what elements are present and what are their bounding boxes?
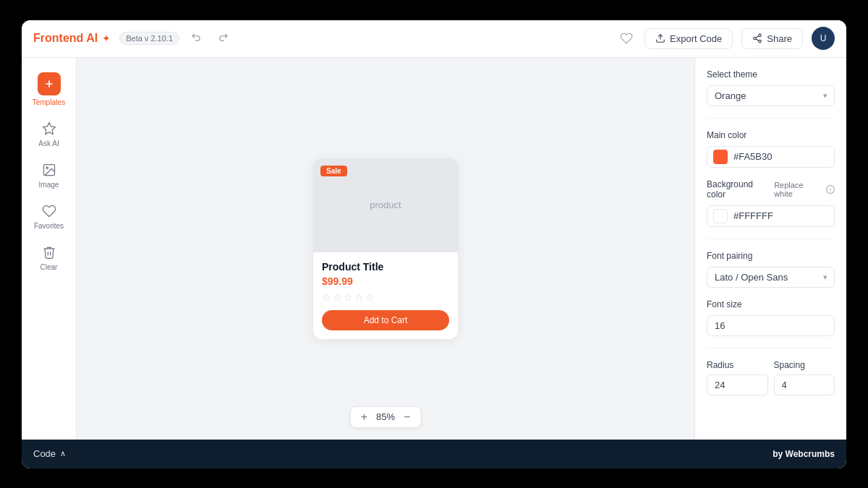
header: Frontend AI ✦ Beta v 2.10.1	[22, 20, 846, 58]
main-color-input[interactable]: #FA5B30	[707, 146, 835, 168]
sidebar-item-image-label: Image	[39, 181, 59, 189]
product-stars: ☆ ☆ ☆ ☆ ☆	[322, 291, 449, 303]
spacing-input[interactable]	[774, 374, 835, 395]
main-color-value: #FA5B30	[733, 151, 773, 162]
product-image-placeholder: product	[370, 200, 401, 210]
main-color-label: Main color	[707, 130, 835, 140]
zoom-out-button[interactable]: −	[404, 411, 410, 423]
right-panel: Select theme Orange Blue Green Purple Ma…	[694, 58, 846, 440]
svg-point-1	[759, 34, 762, 37]
webcrumbs-brand: by Webcrumbs	[773, 449, 835, 459]
zoom-value: 85%	[376, 411, 395, 422]
add-to-cart-button[interactable]: Add to Cart	[322, 310, 449, 330]
logo-text: Frontend AI	[33, 32, 98, 45]
ask-ai-icon	[41, 121, 57, 137]
radius-section: Radius	[707, 360, 768, 395]
font-pairing-label: Font pairing	[707, 251, 835, 261]
bg-color-swatch	[713, 209, 728, 223]
info-icon: i	[826, 185, 835, 194]
theme-select-wrapper[interactable]: Orange Blue Green Purple	[707, 85, 835, 106]
sidebar-item-favorites[interactable]: Favorites	[26, 197, 72, 236]
sidebar-item-clear-label: Clear	[41, 263, 58, 271]
canvas-area: Sale product Product Title $99.99 ☆ ☆ ☆ …	[77, 58, 694, 440]
product-info: Product Title $99.99 ☆ ☆ ☆ ☆ ☆ Add to Ca…	[313, 252, 458, 339]
product-price: $99.99	[322, 275, 449, 287]
spacing-label: Spacing	[774, 360, 835, 370]
chevron-up-icon: ∧	[60, 449, 66, 458]
bg-color-section: Background color Replace white i #FFFFFF	[707, 179, 835, 227]
svg-point-2	[754, 37, 757, 40]
product-title: Product Title	[322, 261, 449, 273]
sidebar-item-templates-label: Templates	[33, 98, 66, 106]
like-button[interactable]	[617, 29, 636, 48]
font-pairing-section: Font pairing Lato / Open Sans Roboto / L…	[707, 251, 835, 288]
svg-marker-8	[43, 122, 55, 134]
undo-button[interactable]	[188, 30, 205, 47]
bg-color-header: Background color Replace white i	[707, 179, 835, 200]
sidebar-item-ask-ai-label: Ask AI	[38, 140, 59, 147]
sidebar-item-image[interactable]: Image	[26, 156, 72, 194]
sidebar-item-favorites-label: Favorites	[34, 222, 64, 230]
main-color-section: Main color #FA5B30	[707, 130, 835, 168]
code-toggle[interactable]: Code ∧	[33, 448, 66, 459]
theme-select[interactable]: Orange Blue Green Purple	[707, 85, 835, 106]
main-color-swatch	[713, 150, 728, 164]
bg-color-input[interactable]: #FFFFFF	[707, 205, 835, 227]
bottom-bar: Code ∧ by Webcrumbs	[22, 440, 846, 468]
svg-line-4	[756, 39, 759, 40]
favorites-icon	[41, 203, 57, 219]
font-pairing-select[interactable]: Lato / Open Sans Roboto / Lato Inter / M…	[707, 267, 835, 288]
product-card: Sale product Product Title $99.99 ☆ ☆ ☆ …	[313, 158, 458, 339]
sidebar-item-clear[interactable]: Clear	[26, 239, 72, 277]
sidebar-item-templates[interactable]: Templates	[26, 67, 72, 112]
sidebar-item-ask-ai[interactable]: Ask AI	[26, 115, 72, 153]
logo: Frontend AI ✦	[33, 32, 111, 45]
templates-icon-box	[38, 72, 61, 95]
redo-button[interactable]	[214, 30, 231, 47]
font-pairing-select-wrapper[interactable]: Lato / Open Sans Roboto / Lato Inter / M…	[707, 267, 835, 288]
font-size-input[interactable]	[707, 315, 835, 336]
font-size-section: Font size	[707, 299, 835, 336]
spacing-section: Spacing	[774, 360, 835, 395]
logo-sparkle: ✦	[102, 33, 111, 44]
webcrumbs-name: Webcrumbs	[786, 449, 835, 459]
image-icon	[41, 162, 57, 178]
bg-color-value: #FFFFFF	[733, 210, 773, 221]
main-layout: Templates Ask AI	[22, 58, 846, 440]
sale-badge: Sale	[320, 166, 347, 176]
bg-color-label: Background color	[707, 179, 774, 200]
theme-section: Select theme Orange Blue Green Purple	[707, 69, 835, 106]
radius-label: Radius	[707, 360, 768, 370]
header-actions: Export Code Share U	[617, 27, 835, 50]
zoom-in-button[interactable]: +	[361, 411, 367, 423]
product-image: Sale product	[313, 158, 458, 252]
svg-point-3	[759, 40, 762, 43]
theme-label: Select theme	[707, 69, 835, 80]
svg-line-5	[756, 36, 759, 38]
radius-input[interactable]	[707, 374, 768, 395]
beta-badge: Beta v 2.10.1	[119, 32, 179, 45]
avatar[interactable]: U	[812, 27, 835, 50]
sidebar: Templates Ask AI	[22, 58, 77, 440]
radius-spacing-row: Radius Spacing	[707, 360, 835, 395]
code-label: Code	[33, 448, 56, 459]
replace-white: Replace white i	[774, 181, 835, 198]
svg-point-10	[46, 166, 48, 168]
font-size-label: Font size	[707, 299, 835, 309]
zoom-controls: + 85% −	[350, 406, 422, 428]
share-button[interactable]: Share	[741, 28, 803, 49]
export-code-button[interactable]: Export Code	[644, 28, 733, 49]
clear-icon	[41, 244, 57, 260]
